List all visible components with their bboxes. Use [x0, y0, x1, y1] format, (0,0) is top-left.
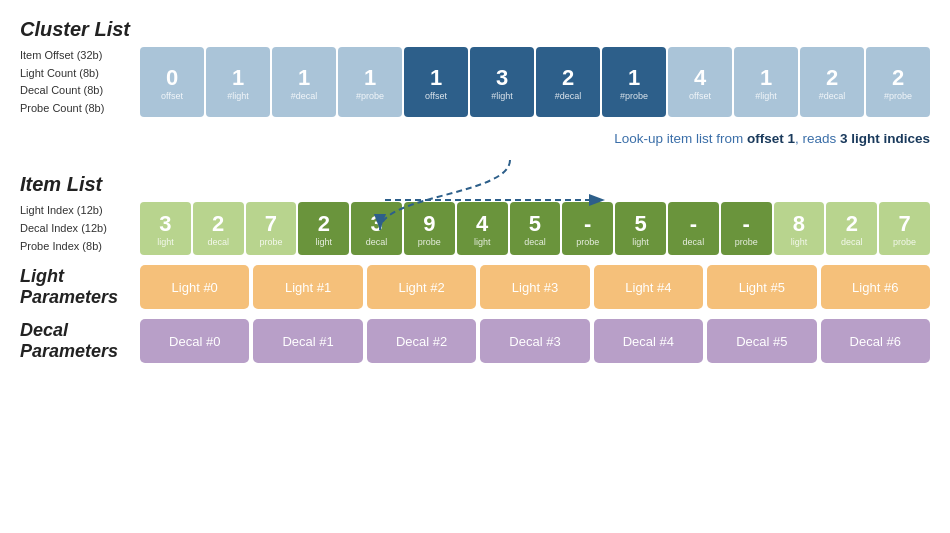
main-container: Cluster List Item Offset (32b) Light Cou… [0, 0, 950, 533]
cell-label: #light [755, 91, 777, 101]
cluster-label: Item Offset (32b) Light Count (8b) Decal… [20, 47, 140, 117]
cluster-cell: 1 #decal [272, 47, 336, 117]
cell-number: - [743, 212, 750, 236]
item-cell: 5 decal [510, 202, 561, 255]
cell-label: #decal [291, 91, 318, 101]
item-cell: 9 probe [404, 202, 455, 255]
cell-number: 2 [892, 66, 904, 90]
cluster-cell: 2 #decal [536, 47, 600, 117]
item-cell: - decal [668, 202, 719, 255]
cell-label: #decal [555, 91, 582, 101]
item-cell: 7 probe [246, 202, 297, 255]
cell-label: decal [207, 237, 229, 247]
light-param-cell: Light #5 [707, 265, 816, 309]
item-cell: 3 light [140, 202, 191, 255]
cell-label: offset [425, 91, 447, 101]
light-param-cell: Light #3 [480, 265, 589, 309]
cell-label: decal [524, 237, 546, 247]
cell-number: 1 [430, 66, 442, 90]
cluster-cell: 1 #probe [338, 47, 402, 117]
cell-label: #probe [356, 91, 384, 101]
cell-label: light [632, 237, 649, 247]
item-cell: 2 decal [826, 202, 877, 255]
cell-label: #light [227, 91, 249, 101]
cluster-cell: 3 #light [470, 47, 534, 117]
cell-label: probe [735, 237, 758, 247]
item-cell: 8 light [774, 202, 825, 255]
cell-label: light [316, 237, 333, 247]
cell-number: 2 [826, 66, 838, 90]
cell-number: - [690, 212, 697, 236]
item-cells: 3 light 2 decal 7 probe 2 light 3 decal … [140, 202, 930, 255]
cell-number: 3 [370, 212, 382, 236]
decal-params-cells: Decal #0Decal #1Decal #2Decal #3Decal #4… [140, 319, 930, 363]
cluster-cells: 0 offset 1 #light 1 #decal 1 #probe 1 of… [140, 47, 930, 117]
decal-params-section: DecalParameters Decal #0Decal #1Decal #2… [20, 319, 930, 363]
cell-label: light [157, 237, 174, 247]
item-section: Item List Light Index (12b) Decal Index … [20, 173, 930, 255]
cluster-cell: 4 offset [668, 47, 732, 117]
item-cell: 7 probe [879, 202, 930, 255]
cell-number: 3 [496, 66, 508, 90]
item-title: Item List [20, 173, 930, 196]
decal-param-cell: Decal #0 [140, 319, 249, 363]
light-param-cell: Light #2 [367, 265, 476, 309]
cluster-row: Item Offset (32b) Light Count (8b) Decal… [20, 47, 930, 117]
item-cell: 4 light [457, 202, 508, 255]
cell-number: 1 [760, 66, 772, 90]
decal-params-title: DecalParameters [20, 320, 140, 363]
decal-param-cell: Decal #2 [367, 319, 476, 363]
cell-number: 1 [232, 66, 244, 90]
cell-label: #light [491, 91, 513, 101]
light-params-section: LightParameters Light #0Light #1Light #2… [20, 265, 930, 309]
arrow-annotation: Look-up item list from offset 1, reads 3… [614, 131, 930, 146]
cell-label: probe [576, 237, 599, 247]
decal-param-cell: Decal #6 [821, 319, 930, 363]
item-cell: 3 decal [351, 202, 402, 255]
cell-number: 2 [318, 212, 330, 236]
light-param-cell: Light #4 [594, 265, 703, 309]
decal-param-cell: Decal #1 [253, 319, 362, 363]
cell-number: 1 [364, 66, 376, 90]
cell-number: 0 [166, 66, 178, 90]
cell-number: 5 [529, 212, 541, 236]
cell-label: probe [418, 237, 441, 247]
cluster-cell: 2 #decal [800, 47, 864, 117]
cell-label: probe [893, 237, 916, 247]
cluster-cell: 1 #probe [602, 47, 666, 117]
item-cell: 2 light [298, 202, 349, 255]
decal-param-cell: Decal #3 [480, 319, 589, 363]
cell-label: #probe [884, 91, 912, 101]
cell-label: #decal [819, 91, 846, 101]
cell-label: decal [366, 237, 388, 247]
cluster-cell: 1 offset [404, 47, 468, 117]
cluster-cell: 1 #light [734, 47, 798, 117]
cell-number: - [584, 212, 591, 236]
item-cell: - probe [562, 202, 613, 255]
light-params-cells: Light #0Light #1Light #2Light #3Light #4… [140, 265, 930, 309]
cell-label: light [791, 237, 808, 247]
cell-number: 2 [846, 212, 858, 236]
item-row: Light Index (12b) Decal Index (12b) Prob… [20, 202, 930, 255]
cell-number: 3 [159, 212, 171, 236]
decal-param-cell: Decal #5 [707, 319, 816, 363]
cluster-cell: 0 offset [140, 47, 204, 117]
cell-number: 2 [562, 66, 574, 90]
cell-number: 2 [212, 212, 224, 236]
cell-label: probe [259, 237, 282, 247]
cell-label: #probe [620, 91, 648, 101]
cell-number: 7 [265, 212, 277, 236]
cell-number: 5 [634, 212, 646, 236]
light-param-cell: Light #0 [140, 265, 249, 309]
cell-number: 4 [476, 212, 488, 236]
cell-label: light [474, 237, 491, 247]
cluster-section: Cluster List Item Offset (32b) Light Cou… [20, 18, 930, 117]
cell-label: offset [161, 91, 183, 101]
item-cell: 2 decal [193, 202, 244, 255]
cell-number: 8 [793, 212, 805, 236]
cluster-cell: 1 #light [206, 47, 270, 117]
arrow-row: Look-up item list from offset 1, reads 3… [140, 127, 930, 163]
cell-label: decal [841, 237, 863, 247]
cluster-cell: 2 #probe [866, 47, 930, 117]
decal-param-cell: Decal #4 [594, 319, 703, 363]
